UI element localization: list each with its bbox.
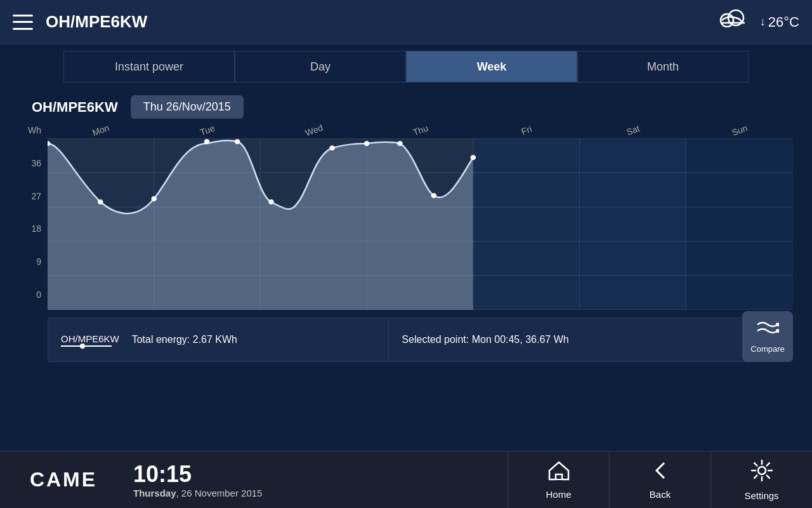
home-label: Home xyxy=(546,489,571,500)
data-point-11 xyxy=(471,155,476,160)
data-point-6 xyxy=(268,199,274,204)
nav-section: Home Back Settings xyxy=(508,451,812,509)
y-label-27: 27 xyxy=(31,191,41,201)
time-display: 10:15 xyxy=(133,461,192,488)
device-dot xyxy=(80,344,85,349)
svg-point-22 xyxy=(758,467,766,474)
bottom-bar: CAME 10:15 Thursday, 26 November 2015 Ho… xyxy=(0,451,812,508)
device-label: OH/MPE6KW xyxy=(61,333,119,344)
settings-button[interactable]: Settings xyxy=(710,451,812,509)
tab-instant-power[interactable]: Instant power xyxy=(63,51,235,83)
tab-month[interactable]: Month xyxy=(577,51,749,83)
back-icon xyxy=(653,460,668,485)
home-icon xyxy=(547,460,570,485)
y-axis: Wh 36 27 18 9 0 xyxy=(19,125,48,312)
y-label-36: 36 xyxy=(31,158,41,168)
compare-icon xyxy=(756,319,779,342)
tab-week[interactable]: Week xyxy=(406,51,577,83)
temperature-value: 26°C xyxy=(768,14,799,30)
date-display: Thursday, 26 November 2015 xyxy=(133,488,262,498)
weather-icon xyxy=(717,8,750,36)
settings-icon xyxy=(750,459,773,486)
brand-logo: CAME xyxy=(30,468,97,491)
tab-day[interactable]: Day xyxy=(235,51,406,83)
chart-device-title: OH/MPE6KW xyxy=(32,99,118,116)
info-section: OH/MPE6KW Total energy: 2.67 KWh Selecte… xyxy=(48,318,793,362)
day-labels: Mon Tue Wed Thu Fri Sat Sun xyxy=(48,125,793,135)
tabs-bar: Instant power Day Week Month xyxy=(0,44,812,89)
main-content: OH/MPE6KW Thu 26/Nov/2015 Wh 36 27 18 9 … xyxy=(0,89,812,362)
svg-rect-5 xyxy=(686,138,793,310)
chart-container: Wh 36 27 18 9 0 Mon Tue Wed Thu Fri Sat … xyxy=(19,125,793,362)
total-energy: Total energy: 2.67 KWh xyxy=(132,334,237,345)
home-button[interactable]: Home xyxy=(508,451,609,509)
y-label-18: 18 xyxy=(31,224,41,234)
settings-label: Settings xyxy=(744,490,778,501)
back-label: Back xyxy=(650,489,671,500)
header: OH/MPE6KW ↓ 26°C xyxy=(0,0,812,44)
svg-rect-4 xyxy=(580,138,687,310)
chart-inner: Mon Tue Wed Thu Fri Sat Sun xyxy=(48,125,793,312)
time-section: 10:15 Thursday, 26 November 2015 xyxy=(127,461,508,498)
device-info: OH/MPE6KW xyxy=(61,333,119,347)
device-underline xyxy=(61,345,112,347)
compare-label: Compare xyxy=(750,344,784,354)
date-full: 26 November 2015 xyxy=(181,488,263,498)
info-right: Selected point: Mon 00:45, 36.67 Wh xyxy=(389,318,792,361)
svg-rect-3 xyxy=(473,138,580,310)
data-point-7 xyxy=(329,145,335,150)
selected-point: Selected point: Mon 00:45, 36.67 Wh xyxy=(402,334,568,345)
date-weekday: Thursday xyxy=(133,488,176,498)
brand-section: CAME xyxy=(0,468,127,491)
chart-wrap: Wh 36 27 18 9 0 Mon Tue Wed Thu Fri Sat … xyxy=(19,125,793,312)
data-point-4 xyxy=(204,139,210,144)
data-point-2 xyxy=(98,199,103,204)
temperature-display: ↓ 26°C xyxy=(760,14,799,30)
compare-button[interactable]: Compare xyxy=(742,311,793,362)
y-label-0: 0 xyxy=(36,290,41,300)
temp-arrow-icon: ↓ xyxy=(760,15,766,29)
data-point-3 xyxy=(151,196,157,201)
back-button[interactable]: Back xyxy=(609,451,710,509)
menu-button[interactable] xyxy=(13,15,33,30)
data-point-5 xyxy=(235,139,240,144)
y-label-9: 9 xyxy=(36,257,41,267)
info-left: OH/MPE6KW Total energy: 2.67 KWh xyxy=(48,318,389,361)
chart-svg xyxy=(48,138,793,310)
y-unit: Wh xyxy=(28,125,41,135)
data-point-10 xyxy=(431,193,437,198)
info-bar: OH/MPE6KW Total energy: 2.67 KWh Selecte… xyxy=(48,318,793,362)
header-right: ↓ 26°C xyxy=(717,8,799,36)
header-title: OH/MPE6KW xyxy=(46,12,717,32)
